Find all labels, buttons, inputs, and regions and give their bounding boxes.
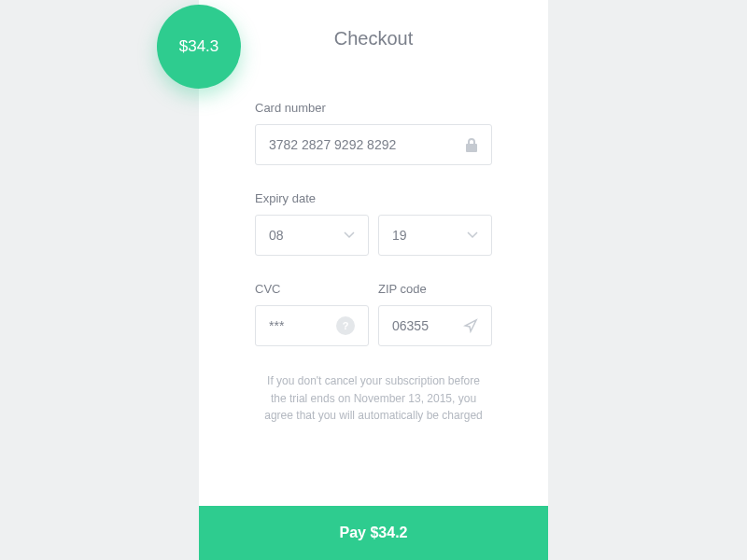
zip-field[interactable]: 06355 — [378, 305, 492, 346]
card-number-group: Card number 3782 2827 9292 8292 — [255, 101, 492, 165]
cvc-label: CVC — [255, 282, 369, 296]
expiry-month-value: 08 — [269, 228, 344, 243]
price-amount: $34.3 — [179, 37, 219, 56]
lock-icon — [465, 137, 478, 152]
card-number-field[interactable]: 3782 2827 9292 8292 — [255, 124, 492, 165]
checkout-content: Checkout Card number 3782 2827 9292 8292… — [199, 0, 548, 506]
page-title: Checkout — [255, 28, 492, 49]
pay-button-label: Pay $34.2 — [340, 525, 408, 541]
card-number-value: 3782 2827 9292 8292 — [269, 137, 465, 152]
pay-button[interactable]: Pay $34.2 — [199, 506, 548, 560]
zip-label: ZIP code — [378, 282, 492, 296]
chevron-down-icon — [344, 231, 355, 239]
help-icon[interactable]: ? — [336, 316, 355, 335]
zip-value: 06355 — [392, 318, 463, 333]
chevron-down-icon — [467, 231, 478, 239]
cvc-field[interactable]: *** ? — [255, 305, 369, 346]
cvc-zip-row: CVC ZIP code *** ? 06355 — [255, 282, 492, 346]
checkout-card: $34.3 Checkout Card number 3782 2827 929… — [199, 0, 548, 560]
price-badge: $34.3 — [157, 5, 241, 89]
card-number-label: Card number — [255, 101, 492, 115]
expiry-year-value: 19 — [392, 228, 467, 243]
expiry-year-select[interactable]: 19 — [378, 215, 492, 256]
locate-icon[interactable] — [463, 318, 478, 333]
expiry-month-select[interactable]: 08 — [255, 215, 369, 256]
disclaimer-text: If you don't cancel your subscription be… — [255, 372, 492, 425]
expiry-label: Expiry date — [255, 191, 492, 205]
expiry-group: Expiry date 08 19 — [255, 191, 492, 256]
cvc-value: *** — [269, 318, 336, 333]
